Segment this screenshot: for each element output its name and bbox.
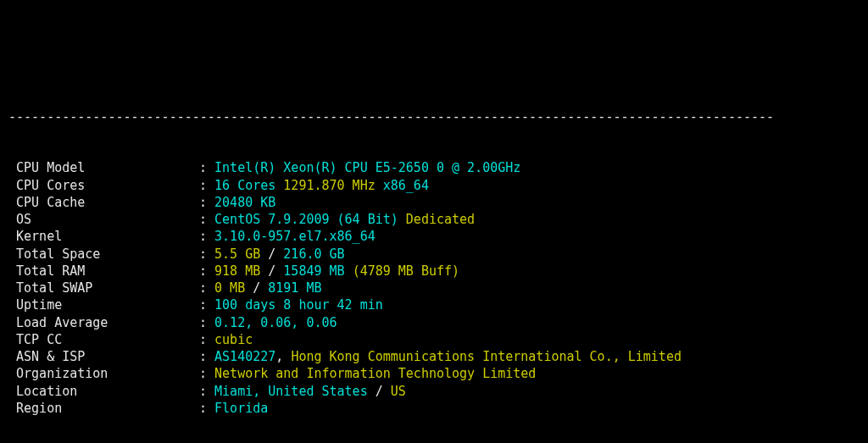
- colon-separator: :: [199, 263, 214, 280]
- info-row: TCP CC: cubic: [8, 331, 860, 348]
- divider-line: ----------------------------------------…: [8, 108, 860, 125]
- colon-separator: :: [199, 177, 214, 194]
- info-label: Region: [8, 400, 199, 417]
- info-label: CPU Cores: [8, 177, 199, 194]
- info-value-segment: 16 Cores: [214, 177, 275, 194]
- info-value-segment: 5.5 GB: [214, 246, 260, 263]
- info-label: OS: [8, 211, 199, 228]
- info-row: ASN & ISP: AS140227, Hong Kong Communica…: [8, 348, 860, 365]
- system-info-block: CPU Model: Intel(R) Xeon(R) CPU E5-2650 …: [8, 159, 860, 417]
- info-value-segment: /: [260, 263, 283, 280]
- info-value-segment: 0 MB: [214, 280, 245, 296]
- info-label: ASN & ISP: [8, 348, 199, 365]
- info-value-segment: [275, 177, 283, 194]
- info-row: Total Space: 5.5 GB / 216.0 GB: [8, 246, 860, 263]
- info-row: Location: Miami, United States / US: [8, 383, 860, 400]
- info-value-segment: Florida: [214, 400, 268, 417]
- colon-separator: :: [199, 159, 214, 176]
- info-label: Uptime: [8, 296, 199, 313]
- colon-separator: :: [199, 296, 214, 313]
- info-value-segment: cubic: [214, 331, 253, 348]
- info-value-segment: /: [368, 383, 391, 400]
- info-label: Total Space: [8, 246, 199, 263]
- info-value-segment: Hong Kong Communications International C…: [291, 348, 682, 365]
- info-value-segment: 8191 MB: [268, 280, 321, 296]
- info-value-segment: AS140227: [214, 348, 275, 365]
- colon-separator: :: [199, 331, 214, 348]
- terminal-output: ----------------------------------------…: [8, 74, 860, 443]
- colon-separator: :: [199, 211, 214, 228]
- info-value-segment: 100 days 8 hour 42 min: [214, 296, 383, 313]
- info-row: Region: Florida: [8, 400, 860, 417]
- info-value-segment: 1291.870 MHz: [283, 177, 375, 194]
- info-label: Load Average: [8, 314, 199, 331]
- colon-separator: :: [199, 280, 214, 296]
- info-value-segment: [345, 263, 353, 280]
- info-label: TCP CC: [8, 331, 199, 348]
- info-label: CPU Cache: [8, 194, 199, 211]
- info-row: Uptime: 100 days 8 hour 42 min: [8, 296, 860, 313]
- info-value-segment: [376, 177, 383, 194]
- info-value-segment: US: [391, 383, 406, 400]
- colon-separator: :: [199, 383, 214, 400]
- info-value-segment: /: [260, 246, 283, 263]
- info-value-segment: 15849 MB: [283, 263, 344, 280]
- info-value-segment: 0.12, 0.06, 0.06: [214, 314, 337, 331]
- info-value-segment: 918 MB: [214, 263, 260, 280]
- info-row: Total SWAP: 0 MB / 8191 MB: [8, 280, 860, 296]
- info-row: Kernel: 3.10.0-957.el7.x86_64: [8, 228, 860, 245]
- info-value-segment: CentOS 7.9.2009 (64 Bit): [214, 211, 398, 228]
- info-value-segment: ,: [275, 348, 291, 365]
- info-value-segment: (4789 MB Buff): [353, 263, 459, 280]
- info-value-segment: Miami, United States: [214, 383, 368, 400]
- info-row: Load Average: 0.12, 0.06, 0.06: [8, 314, 860, 331]
- info-row: Total RAM: 918 MB / 15849 MB (4789 MB Bu…: [8, 263, 860, 280]
- colon-separator: :: [199, 365, 214, 382]
- info-label: Organization: [8, 365, 199, 382]
- info-label: Total SWAP: [8, 280, 199, 296]
- info-row: CPU Model: Intel(R) Xeon(R) CPU E5-2650 …: [8, 159, 860, 176]
- info-value-segment: Intel(R) Xeon(R) CPU E5-2650 0 @ 2.00GHz: [214, 159, 520, 176]
- info-label: Location: [8, 383, 199, 400]
- info-value-segment: [398, 211, 406, 228]
- info-row: Organization: Network and Information Te…: [8, 365, 860, 382]
- colon-separator: :: [199, 246, 214, 263]
- info-row: CPU Cache: 20480 KB: [8, 194, 860, 211]
- info-label: Kernel: [8, 228, 199, 245]
- info-value-segment: Network and Information Technology Limit…: [214, 365, 536, 382]
- colon-separator: :: [199, 194, 214, 211]
- info-row: OS: CentOS 7.9.2009 (64 Bit) Dedicated: [8, 211, 860, 228]
- info-value-segment: 3.10.0-957.el7.x86_64: [214, 228, 376, 245]
- colon-separator: :: [199, 348, 214, 365]
- info-value-segment: x86_64: [383, 177, 429, 194]
- info-label: CPU Model: [8, 159, 199, 176]
- info-row: CPU Cores: 16 Cores 1291.870 MHz x86_64: [8, 177, 860, 194]
- info-value-segment: 20480 KB: [214, 194, 275, 211]
- info-label: Total RAM: [8, 263, 199, 280]
- info-value-segment: Dedicated: [406, 211, 475, 228]
- info-value-segment: /: [245, 280, 268, 296]
- colon-separator: :: [199, 228, 214, 245]
- info-value-segment: 216.0 GB: [283, 246, 344, 263]
- colon-separator: :: [199, 400, 214, 417]
- colon-separator: :: [199, 314, 214, 331]
